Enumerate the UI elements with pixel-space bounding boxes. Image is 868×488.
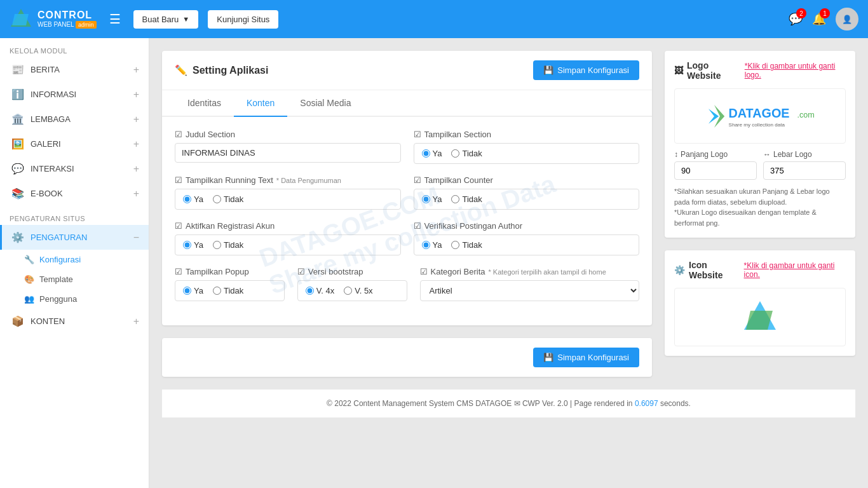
registrasi-ya[interactable]: Ya: [183, 240, 203, 250]
running-tidak[interactable]: Tidak: [213, 194, 243, 204]
checkbox-icon-tampilkan: ☑: [414, 130, 421, 139]
save-config-button-bottom[interactable]: 💾 Simpan Konfigurasi: [533, 348, 639, 367]
setting-card: ✏️ Setting Aplikasi 💾 Simpan Konfigurasi…: [162, 51, 652, 325]
lebar-group: ↔ Lebar Logo: [763, 150, 846, 180]
footer: © 2022 Content Management System CMS DAT…: [162, 390, 855, 417]
kunjungi-situs-button[interactable]: Kunjungi Situs: [208, 10, 278, 29]
popup-ya[interactable]: Ya: [183, 286, 203, 295]
sidebar-sub-pengguna[interactable]: 👥 Pengguna: [0, 289, 149, 309]
sidebar-item-berita[interactable]: 📰 BERITA +: [0, 57, 149, 82]
popup-radio-group: Ya Tidak: [175, 280, 285, 301]
verifikasi-ya[interactable]: Ya: [422, 240, 442, 250]
sidebar-item-galeri[interactable]: 🖼️ GALERI +: [0, 132, 149, 156]
bottom-save-card: 💾 Simpan Konfigurasi: [162, 338, 652, 377]
logo-dimensions-area: ↕ Panjang Logo ↔ Lebar Logo: [674, 150, 846, 180]
sidebar: KELOLA MODUL 📰 BERITA + ℹ️ INFORMASI + 🏛…: [0, 38, 149, 488]
svg-text:DATAGOE: DATAGOE: [729, 106, 790, 120]
registrasi-group: ☑ Aktifkan Registrasi Akun Ya Tidak: [175, 221, 401, 255]
lembaga-icon: 🏛️: [11, 113, 24, 125]
registrasi-tidak[interactable]: Tidak: [213, 240, 243, 250]
running-text-group: ☑ Tampilkan Running Text * Data Pengumum…: [175, 175, 401, 210]
content-grid: ✏️ Setting Aplikasi 💾 Simpan Konfigurasi…: [162, 51, 855, 390]
sidebar-sub-template[interactable]: 🎨 Template: [0, 269, 149, 289]
judul-section-group: ☑ Judul Section: [175, 130, 401, 164]
bootstrap-v5[interactable]: V. 5x: [344, 286, 372, 295]
checkbox-icon-registrasi: ☑: [175, 221, 182, 231]
logo-change-link[interactable]: *Klik di gambar untuk ganti logo.: [745, 62, 846, 79]
tampilkan-section-tidak[interactable]: Tidak: [451, 149, 482, 158]
template-icon: 🎨: [24, 274, 34, 284]
logo-preview-image[interactable]: DATAGOE .com Share my collection data: [674, 88, 846, 144]
popup-tidak[interactable]: Tidak: [213, 286, 243, 295]
sidebar-item-informasi[interactable]: ℹ️ INFORMASI +: [0, 82, 149, 107]
width-icon: ↔: [763, 150, 771, 159]
site-icon-svg: [741, 298, 779, 336]
icon-change-link[interactable]: *Klik di gambar untuk ganti icon.: [744, 261, 846, 279]
judul-section-input[interactable]: [175, 143, 401, 163]
svg-marker-1: [12, 14, 29, 25]
verifikasi-radio-group: Ya Tidak: [414, 234, 640, 255]
judul-section-label: ☑ Judul Section: [175, 130, 401, 139]
alert-badge: 1: [820, 8, 830, 18]
template-label: Template: [39, 274, 73, 284]
ebook-label: E-BOOK: [31, 189, 63, 198]
footer-time-link[interactable]: 0.6097: [635, 399, 658, 408]
icon-preview-image[interactable]: [674, 288, 846, 346]
sidebar-item-interaksi[interactable]: 💬 INTERAKSI +: [0, 156, 149, 181]
lembaga-label: LEMBAGA: [31, 114, 71, 124]
tab-konten[interactable]: Konten: [234, 90, 287, 117]
sidebar-item-konten[interactable]: 📦 KONTEN +: [0, 309, 149, 334]
lebar-input[interactable]: [763, 161, 846, 180]
logo-note: *Silahkan sesuaikan ukuran Panjang & Leb…: [674, 186, 846, 228]
berita-icon: 📰: [11, 64, 24, 76]
pengaturan-icon: ⚙️: [11, 231, 24, 243]
header-right: 💬 2 🔔 1 👤: [789, 8, 858, 30]
verifikasi-tidak[interactable]: Tidak: [451, 240, 482, 250]
logo-panel-title: 🖼 Logo Website *Klik di gambar untuk gan…: [674, 60, 846, 81]
datagoe-logo-svg: DATAGOE .com Share my collection data: [703, 98, 817, 133]
konten-expand-icon: +: [133, 316, 139, 327]
interaksi-icon: 💬: [11, 163, 24, 175]
tab-identitas[interactable]: Identitas: [175, 90, 234, 117]
berita-label: BERITA: [31, 65, 60, 74]
form-body: DATAGOE.COMShare my collection Data ☑ Ju…: [162, 117, 652, 325]
panjang-input[interactable]: [674, 161, 757, 180]
sidebar-sub-konfigurasi[interactable]: 🔧 Konfigurasi: [0, 250, 149, 269]
chat-notification[interactable]: 💬 2: [789, 12, 803, 26]
form-row-4: ☑ Tampilkan Popup Ya Tidak: [175, 267, 639, 301]
verifikasi-group: ☑ Verifikasi Postingan Author Ya Tidak: [414, 221, 640, 255]
tab-sosial-media[interactable]: Sosial Media: [287, 90, 363, 117]
pengaturan-submenu: 🔧 Konfigurasi 🎨 Template 👥 Pengguna: [0, 250, 149, 309]
sidebar-item-lembaga[interactable]: 🏛️ LEMBAGA +: [0, 107, 149, 132]
kelola-modul-label: KELOLA MODUL: [0, 38, 149, 57]
form-row-1: ☑ Judul Section ☑ Tampilkan Section: [175, 130, 639, 164]
logo-text: CONTROL WEB PANEL admin: [37, 10, 97, 28]
sidebar-item-pengaturan[interactable]: ⚙️ PENGATURAN −: [0, 225, 149, 250]
informasi-label: INFORMASI: [31, 90, 76, 99]
checkbox-icon-verifikasi: ☑: [414, 221, 421, 231]
header: CONTROL WEB PANEL admin ☰ Buat Baru ▼ Ku…: [0, 0, 868, 38]
hamburger-button[interactable]: ☰: [106, 8, 124, 30]
user-avatar[interactable]: 👤: [836, 8, 858, 30]
buat-baru-button[interactable]: Buat Baru ▼: [133, 10, 199, 29]
kategori-select[interactable]: Artikel Berita Pengumuman: [420, 280, 640, 301]
bootstrap-v4[interactable]: V. 4x: [306, 286, 334, 295]
running-ya[interactable]: Ya: [183, 194, 203, 204]
checkbox-icon-running: ☑: [175, 175, 182, 185]
galeri-label: GALERI: [31, 139, 61, 149]
main-content: ✏️ Setting Aplikasi 💾 Simpan Konfigurasi…: [149, 38, 868, 488]
logo-icon: [10, 8, 32, 30]
counter-label: ☑ Tampilkan Counter: [414, 175, 640, 185]
avatar-icon: 👤: [842, 15, 852, 24]
kategori-label: ☑ Kategori Berita * Kategori terpilih ak…: [420, 267, 640, 276]
counter-ya[interactable]: Ya: [422, 194, 442, 204]
save-icon: 💾: [543, 65, 553, 75]
save-config-button-top[interactable]: 💾 Simpan Konfigurasi: [533, 60, 639, 80]
bell-notification[interactable]: 🔔 1: [812, 12, 826, 26]
sidebar-item-ebook[interactable]: 📚 E-BOOK +: [0, 181, 149, 206]
panjang-group: ↕ Panjang Logo: [674, 150, 757, 180]
icon-panel-title: ⚙️ Icon Website *Klik di gambar untuk ga…: [674, 260, 846, 280]
tampilkan-section-ya[interactable]: Ya: [422, 149, 442, 158]
bottom-save-area: 💾 Simpan Konfigurasi: [162, 338, 652, 377]
counter-tidak[interactable]: Tidak: [451, 194, 482, 204]
